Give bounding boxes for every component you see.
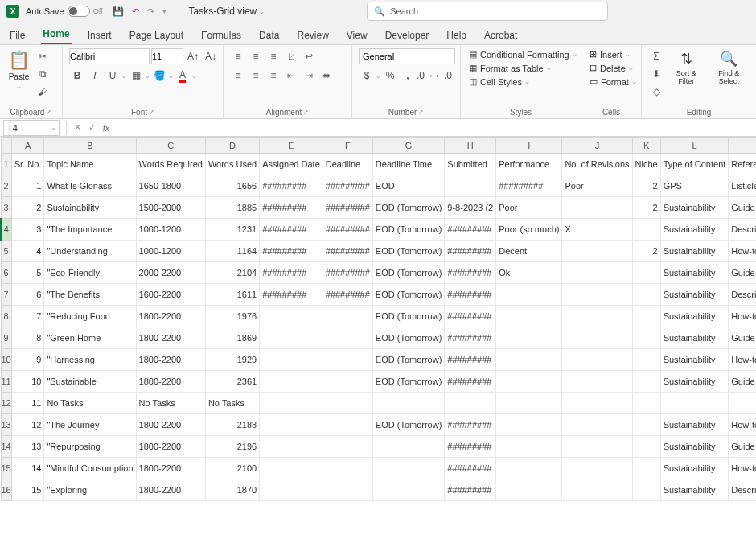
cell[interactable] [496,284,562,306]
align-bottom-icon[interactable]: ≡ [265,48,281,64]
cell[interactable] [632,219,660,241]
cell[interactable]: 2 [632,241,660,262]
cell[interactable]: 9-8-2023 (2 [445,197,496,219]
customize-qat-icon[interactable]: ▾ [162,7,166,15]
cell[interactable]: No Tasks [205,393,259,414]
dialog-launcher-icon[interactable]: ⤢ [149,109,154,116]
tab-home[interactable]: Home [41,25,71,44]
tab-developer[interactable]: Developer [384,27,431,44]
cell[interactable] [260,458,323,479]
cell[interactable] [323,436,372,458]
cell[interactable]: ######### [445,241,496,262]
tab-help[interactable]: Help [445,27,468,44]
cell[interactable] [632,414,660,436]
cell[interactable] [562,479,632,501]
column-header[interactable]: K [632,138,660,154]
cell[interactable] [260,327,323,349]
cell[interactable]: "Green Home [44,327,136,349]
cell[interactable]: "Harnessing [44,349,136,371]
cell[interactable]: ######### [445,219,496,241]
merge-icon[interactable]: ⬌ [318,68,335,84]
cell[interactable]: What Is Glonass [44,175,136,197]
cell[interactable] [323,371,372,393]
cell[interactable]: How-to [729,458,756,479]
cell[interactable]: 6 [11,284,44,306]
spreadsheet-grid[interactable]: ABCDEFGHIJKLMNOP1Sr. No.Topic NameWords … [0,137,756,543]
cell[interactable] [562,349,632,371]
cell[interactable]: ######### [323,241,372,262]
cancel-icon[interactable]: ✕ [70,122,84,133]
cell[interactable] [562,371,632,393]
cell[interactable]: 1869 [205,327,259,349]
comma-icon[interactable]: , [400,68,416,84]
cell[interactable]: 1650-1800 [136,175,205,197]
cell[interactable]: 2000-2200 [136,262,205,284]
column-header[interactable]: L [660,138,729,154]
cell[interactable]: Sustainability [660,197,729,219]
cell[interactable] [562,414,632,436]
decrease-indent-icon[interactable]: ⇤ [283,68,299,84]
cell[interactable] [496,458,562,479]
cell-styles-button[interactable]: ◫Cell Styles⌵ [467,76,531,88]
cell[interactable]: Deadline [323,154,372,175]
row-header[interactable]: 15 [1,458,11,479]
chevron-down-icon[interactable]: ⌵ [169,72,173,80]
row-header[interactable]: 2 [1,175,11,197]
tab-data[interactable]: Data [257,27,281,44]
column-header[interactable]: B [44,138,136,154]
cell[interactable]: 1885 [205,197,259,219]
cell[interactable]: "Mindful Consumption [44,458,136,479]
cell[interactable]: Sustainability [660,284,729,306]
cell[interactable]: How-to [729,306,756,327]
cell[interactable]: Poor [562,175,632,197]
search-input[interactable]: 🔍 Search [367,2,608,21]
row-header[interactable]: 9 [1,327,11,349]
cell[interactable]: ######### [445,414,496,436]
redo-icon[interactable]: ↷ [147,6,154,17]
align-top-icon[interactable]: ≡ [230,48,246,64]
cell[interactable]: 1800-2200 [136,349,205,371]
cell[interactable]: 10 [11,371,44,393]
cell[interactable]: 1600-2200 [136,284,205,306]
column-header[interactable]: C [136,138,205,154]
cell[interactable] [562,241,632,262]
sort-filter-button[interactable]: ⇅ Sort & Filter [668,48,705,87]
row-header[interactable]: 16 [1,479,11,501]
autosum-icon[interactable]: Σ [648,48,664,64]
cell[interactable]: EOD (Tomorrow) [372,241,445,262]
cell[interactable] [496,371,562,393]
cell[interactable]: 1800-2200 [136,371,205,393]
cell[interactable]: 1800-2200 [136,458,205,479]
cell[interactable]: EOD (Tomorrow) [372,197,445,219]
cell[interactable]: How-to [729,349,756,371]
cell[interactable]: 2188 [205,414,259,436]
format-painter-icon[interactable]: 🖌 [35,84,51,100]
cell[interactable]: ######### [445,436,496,458]
cell[interactable]: EOD [372,175,445,197]
cell[interactable]: Sustainability [660,436,729,458]
chevron-down-icon[interactable]: ⌵ [122,72,126,80]
cell[interactable] [260,436,323,458]
cell[interactable]: Performance [496,154,562,175]
fill-color-icon[interactable]: 🪣 [151,68,167,84]
clear-icon[interactable]: ◇ [648,84,664,100]
cell[interactable] [260,371,323,393]
cell[interactable]: ######### [445,327,496,349]
cell[interactable]: ######### [496,175,562,197]
cell[interactable]: Description [729,479,756,501]
row-header[interactable]: 10 [1,349,11,371]
cell[interactable]: EOD (Tomorrow) [372,371,445,393]
row-header[interactable]: 3 [1,197,11,219]
cell[interactable] [372,436,445,458]
border-icon[interactable]: ▦ [128,68,144,84]
cell[interactable] [323,458,372,479]
cell[interactable] [562,458,632,479]
column-header[interactable]: M [729,138,756,154]
cell[interactable]: 1231 [205,219,259,241]
italic-icon[interactable]: I [87,68,103,84]
cell[interactable]: 2100 [205,458,259,479]
cell[interactable]: Type of Content [660,154,729,175]
cell[interactable] [445,393,496,414]
cell[interactable]: "The Importance [44,219,136,241]
cell[interactable]: 1000-1200 [136,241,205,262]
